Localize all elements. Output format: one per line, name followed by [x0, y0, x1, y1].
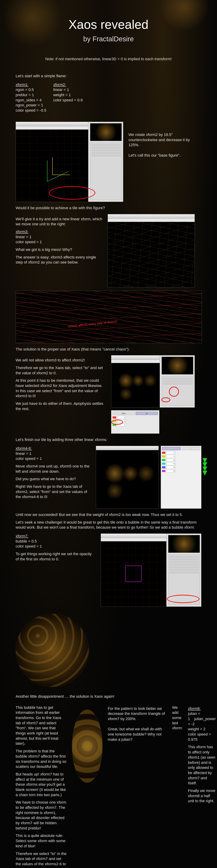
sec4-p3: Right! We have to go to the Xaos tab of …: [16, 484, 91, 499]
tile-question: Would it be possible to achieve a tile w…: [16, 205, 202, 211]
sec7-text: For the pattern to look better we decrea…: [108, 706, 167, 742]
screenshot-basefig-editor: [16, 122, 123, 202]
sec6-p1: This bubble has to get information from …: [16, 705, 67, 746]
sec4-p4: Until now we succeeded! But we see that …: [16, 512, 202, 517]
sec8-p2: Finally we move xform8 a half unit to th…: [188, 788, 216, 804]
global-note: Note: if not mentioned otherwise, linear…: [16, 57, 202, 61]
sec4-p1: Move xform4 one unit up, xform5 one to t…: [16, 464, 91, 474]
sec6-p5: This is a quite absolute rule: Select so…: [16, 833, 67, 848]
xaos-panel-from: fromto 1 1 0 0 0 0: [161, 446, 202, 509]
sec3-p2: Therefore we go to the Xaos tab, select …: [16, 365, 106, 375]
sec8-p1: This xform has to affect only xform1 (as…: [188, 744, 216, 786]
page-title: Xaos revealed: [16, 18, 202, 32]
render-clean-bubble: [72, 710, 102, 783]
page-subtitle: by FractalDesire: [16, 35, 202, 43]
screenshot-diagram-affect: xform3 affects every step of xform2!: [16, 291, 202, 343]
sec6-p2: The problem is that the bubble xform7 af…: [16, 749, 67, 769]
sec6-head: Another little disappointment … the solu…: [16, 694, 202, 699]
xform2-params: xform2: linear = 1 weight = 1 color spee…: [53, 82, 83, 103]
xform46-params: xform4-6: linear = 1 color speed = 1: [16, 446, 91, 461]
screenshot-tile-complete: [96, 446, 159, 509]
sec2-p3: The answer is easy: xform3 affects every…: [16, 255, 102, 265]
sec2-p2: What we got is a big mess! Why?: [16, 247, 102, 252]
sec6-p4: We have to choose one xform to be affect…: [16, 800, 67, 831]
sec3-p1: We will not allow xform3 to affect xform…: [16, 358, 106, 363]
screenshot-xaos-solution: [111, 355, 195, 408]
sec6-p3: But heads up! xform7 has to affect at th…: [16, 772, 67, 797]
xform3-params: xform3: linear = 1 color speed = 1: [16, 229, 102, 245]
basefig-caption: We rotate xform2 by 16.5° counterclockwi…: [128, 122, 202, 158]
screenshot-mess: [107, 214, 195, 287]
screenshot-bubble-editor: [101, 533, 202, 607]
sec5-head: Let's seek a new challenge! It would be …: [16, 520, 202, 530]
sec3-p4: We just have to do either of them. Apoph…: [16, 401, 106, 411]
sec6-p6: Therefore we select "to" in the Xaos tab…: [16, 851, 67, 868]
intro-text: Let's start with a simple flame:: [16, 73, 202, 79]
sec2-p1: We'll give it a try and add a new linear…: [16, 216, 102, 227]
xform7-params: xform7: bubble = 0.5 color speed = 1: [16, 533, 95, 549]
sec3-head: The solution is the proper use of Xaos (…: [16, 347, 202, 352]
sec4-p2: Did you guess what we have to do?: [16, 476, 91, 482]
sec3-p3: At this point it has to be mentioned, th…: [16, 378, 106, 399]
render-scattered-bubble: [16, 614, 89, 687]
sec5-p1: To get things working right we set the o…: [16, 551, 95, 562]
sec4-head: Let's finish our tile by adding three ot…: [16, 437, 202, 442]
xform8-params: xform8: julian = 1 julian_power = -2 wei…: [188, 706, 216, 742]
xaos-panel-to: fromto 1 0 1: [111, 410, 159, 434]
xform1-params: xform1: ngon = 0.5 preblur = 1 ngon_side…: [16, 82, 46, 113]
sec8-head: We add some last xform:: [172, 705, 183, 731]
